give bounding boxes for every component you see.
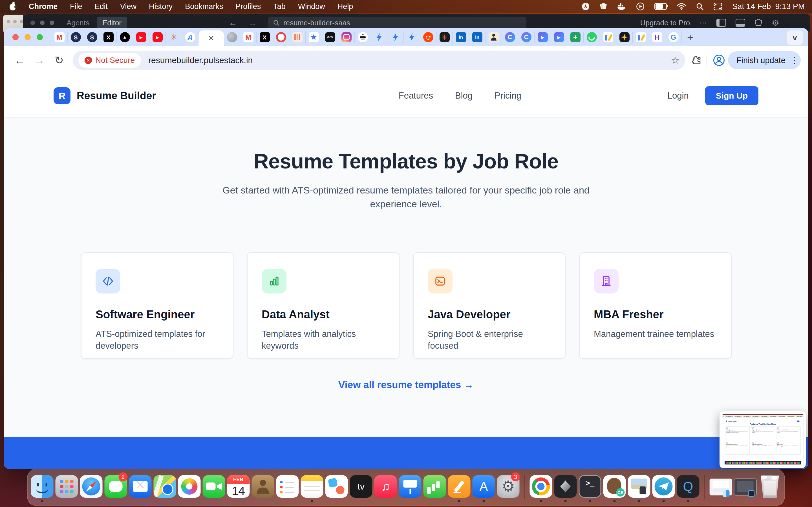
- reload-button[interactable]: ↻: [51, 52, 68, 69]
- editor-traffic-lights[interactable]: [31, 20, 54, 25]
- dock-messages[interactable]: 2: [105, 472, 127, 503]
- dock-launchpad[interactable]: [56, 472, 78, 503]
- tab-favicon-c-app[interactable]: C: [502, 32, 518, 43]
- dock-mail[interactable]: [129, 472, 152, 503]
- control-center-icon[interactable]: [714, 3, 722, 10]
- tab-favicon-linkedin[interactable]: in: [453, 32, 469, 43]
- location-icon[interactable]: [581, 3, 590, 10]
- nav-blog[interactable]: Blog: [455, 91, 472, 101]
- menu-item-window[interactable]: Window: [298, 2, 325, 11]
- dock-dbeaver[interactable]: CE: [603, 472, 626, 503]
- chrome-traffic-lights[interactable]: [4, 34, 51, 40]
- tab-favicon-gemini[interactable]: [616, 32, 633, 43]
- dock-quicktime[interactable]: Q: [677, 472, 700, 503]
- extensions-icon[interactable]: [690, 55, 701, 66]
- editor-tab-editor[interactable]: Editor: [97, 17, 127, 29]
- tab-active-close-icon[interactable]: ✕: [199, 31, 224, 46]
- dock-chrome[interactable]: [530, 472, 552, 503]
- screenshot-preview-thumbnail[interactable]: Resume Builder Features That Get You Hir…: [719, 411, 806, 468]
- minimized-installer-window-thumbnail[interactable]: [710, 478, 732, 496]
- tab-favicon-s-badge[interactable]: S: [68, 32, 84, 43]
- dock-minimized-quicktime[interactable]: [734, 472, 757, 503]
- dock-trash[interactable]: [759, 472, 781, 503]
- tab-favicon-person[interactable]: [486, 32, 502, 43]
- menu-item-profiles[interactable]: Profiles: [236, 2, 261, 11]
- login-link[interactable]: Login: [667, 91, 689, 101]
- tab-favicon-google-ads[interactable]: [633, 32, 649, 43]
- dock-pages[interactable]: [448, 472, 470, 503]
- card-data-analyst[interactable]: Data Analyst Templates with analytics ke…: [247, 252, 400, 359]
- tab-favicon-bolt[interactable]: [388, 32, 404, 43]
- dock-appletv[interactable]: tv: [350, 472, 372, 503]
- dock-reminders[interactable]: [276, 472, 299, 503]
- tab-favicon-s-badge[interactable]: S: [84, 32, 100, 43]
- menu-item-history[interactable]: History: [149, 2, 172, 11]
- tab-favicon-google-ads[interactable]: [600, 32, 616, 43]
- minimized-quicktime-window-thumbnail[interactable]: [734, 478, 757, 496]
- site-brand[interactable]: Resume Builder: [77, 90, 156, 102]
- new-tab-button[interactable]: +: [682, 31, 699, 43]
- minimize-window-button[interactable]: [24, 34, 31, 40]
- tab-favicon-linkedin[interactable]: in: [469, 32, 486, 43]
- dock-maps[interactable]: [154, 472, 176, 503]
- dock-safari[interactable]: [80, 472, 103, 503]
- tab-favicon-bolt[interactable]: [371, 32, 388, 43]
- card-software-engineer[interactable]: Software Engineer ATS-optimized template…: [81, 252, 234, 359]
- tab-favicon-reddit[interactable]: [420, 32, 437, 43]
- dock-numbers[interactable]: [423, 472, 446, 503]
- close-window-button[interactable]: [12, 34, 18, 40]
- tab-favicon-bolt[interactable]: [404, 32, 420, 43]
- tab-favicon-globe[interactable]: [224, 32, 240, 43]
- dock-calendar[interactable]: FEB14: [227, 472, 250, 503]
- menu-item-tab[interactable]: Tab: [273, 2, 286, 11]
- dock-freeform[interactable]: [325, 472, 348, 503]
- signup-button[interactable]: Sign Up: [705, 86, 758, 105]
- card-java-developer[interactable]: Java Developer Spring Boot & enterprise …: [413, 252, 566, 359]
- tab-favicon-whatsapp[interactable]: [583, 32, 600, 43]
- dock-finder[interactable]: [31, 472, 54, 503]
- bottom-panel-icon[interactable]: [735, 19, 745, 27]
- search-icon[interactable]: [696, 3, 703, 10]
- nav-features[interactable]: Features: [399, 91, 433, 101]
- dock-prism[interactable]: [554, 472, 577, 503]
- tab-favicon-pink-bars[interactable]: [289, 32, 306, 43]
- prism-icon[interactable]: [600, 3, 607, 10]
- menu-item-view[interactable]: View: [120, 2, 137, 11]
- tab-favicon-clipchamp[interactable]: ▶: [535, 32, 551, 43]
- finish-update-button[interactable]: Finish update ⋮: [728, 51, 801, 69]
- back-button[interactable]: ←: [11, 52, 28, 69]
- tab-favicon-gmail[interactable]: M: [51, 32, 68, 43]
- wifi-icon[interactable]: [677, 3, 686, 10]
- menu-item-chrome[interactable]: Chrome: [29, 2, 57, 11]
- menu-item-bookmarks[interactable]: Bookmarks: [185, 2, 223, 11]
- editor-more-icon[interactable]: ⋯: [700, 18, 707, 27]
- tab-favicon-clipchamp[interactable]: ▶: [551, 32, 567, 43]
- editor-prism-icon[interactable]: [755, 19, 762, 27]
- tab-favicon-youtube[interactable]: ▶: [149, 32, 166, 43]
- tab-favicon-claude[interactable]: ✳: [166, 32, 182, 43]
- editor-forward-icon[interactable]: →: [248, 18, 257, 27]
- dock-music[interactable]: ♫: [374, 472, 397, 503]
- tab-favicon-google[interactable]: G: [665, 32, 682, 43]
- tab-favicon-red-ring[interactable]: [273, 32, 289, 43]
- chrome-menu-kebab-icon[interactable]: ⋮: [791, 58, 797, 63]
- card-mba-fresher[interactable]: MBA Fresher Management trainee templates: [579, 252, 732, 359]
- url-text[interactable]: resumebuilder.pulsestack.in: [148, 55, 253, 65]
- dock-keynote[interactable]: [399, 472, 421, 503]
- menu-item-file[interactable]: File: [70, 2, 82, 11]
- dock-settings[interactable]: ⚙3: [497, 472, 520, 503]
- dock-facetime[interactable]: [203, 472, 225, 503]
- nav-pricing[interactable]: Pricing: [495, 91, 521, 101]
- editor-settings-icon[interactable]: ⚙: [772, 18, 779, 28]
- site-logo[interactable]: R: [54, 87, 70, 104]
- tab-favicon-sheets[interactable]: +: [567, 32, 583, 43]
- tab-favicon-blue-star[interactable]: ★: [306, 32, 322, 43]
- tab-favicon-code[interactable]: </>: [322, 32, 338, 43]
- address-bar[interactable]: ✕ Not Secure resumebuilder.pulsestack.in…: [73, 51, 685, 70]
- tab-favicon-x[interactable]: X: [257, 32, 273, 43]
- tab-overflow-chevron-icon[interactable]: v: [786, 31, 803, 45]
- tab-favicon-hostinger[interactable]: H: [649, 32, 665, 43]
- docker-icon[interactable]: [617, 3, 626, 10]
- tab-favicon-vercel[interactable]: ▲: [117, 32, 133, 43]
- tab-favicon-x[interactable]: X: [100, 32, 117, 43]
